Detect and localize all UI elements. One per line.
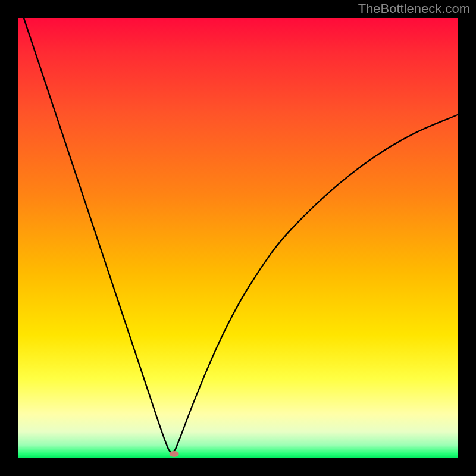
bottleneck-curve-path xyxy=(18,18,458,453)
chart-container: TheBottleneck.com xyxy=(0,0,476,476)
minimum-marker xyxy=(170,451,179,457)
curve-svg xyxy=(18,18,458,458)
plot-area xyxy=(18,18,458,458)
watermark-text: TheBottleneck.com xyxy=(358,1,470,17)
